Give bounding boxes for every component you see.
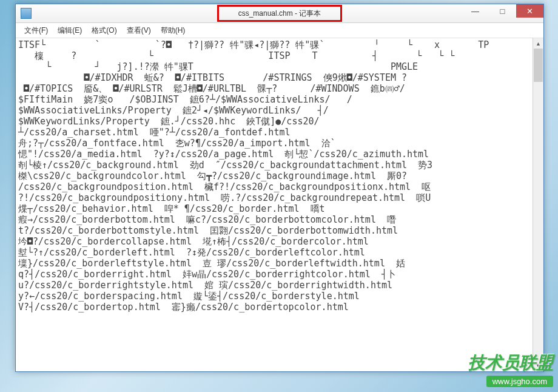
menu-view[interactable]: 查看(V) [122,24,156,37]
menubar: 文件(F) 编辑(E) 格式(O) 查看(V) 帮助(H) [16,23,543,38]
menu-help[interactable]: 帮助(H) [156,24,190,37]
text-editor[interactable] [16,38,530,371]
menu-edit[interactable]: 编辑(E) [53,24,87,37]
minimize-button[interactable]: — [462,4,489,18]
scroll-thumb[interactable] [534,49,543,82]
scroll-up-arrow-icon[interactable]: ▲ [533,38,543,49]
watermark-name: 技术员联盟 [468,351,553,374]
maximize-button[interactable]: □ [489,4,516,18]
menu-file[interactable]: 文件(F) [19,24,53,37]
menu-format[interactable]: 格式(O) [87,24,121,37]
notepad-window: css_manual.chm - 记事本 — □ ✕ 文件(F) 编辑(E) 格… [15,4,544,372]
watermark: 技术员联盟 www.jsgho.com [468,351,553,387]
vertical-scrollbar[interactable]: ▲ ▼ [533,38,543,371]
window-controls: — □ ✕ [462,4,543,18]
content-area: ▲ ▼ [16,38,543,371]
notepad-icon [21,8,32,19]
window-title: css_manual.chm - 记事本 [238,8,321,19]
close-button[interactable]: ✕ [516,4,543,18]
titlebar[interactable]: css_manual.chm - 记事本 — □ ✕ [16,4,543,23]
watermark-url: www.jsgho.com [486,376,553,387]
